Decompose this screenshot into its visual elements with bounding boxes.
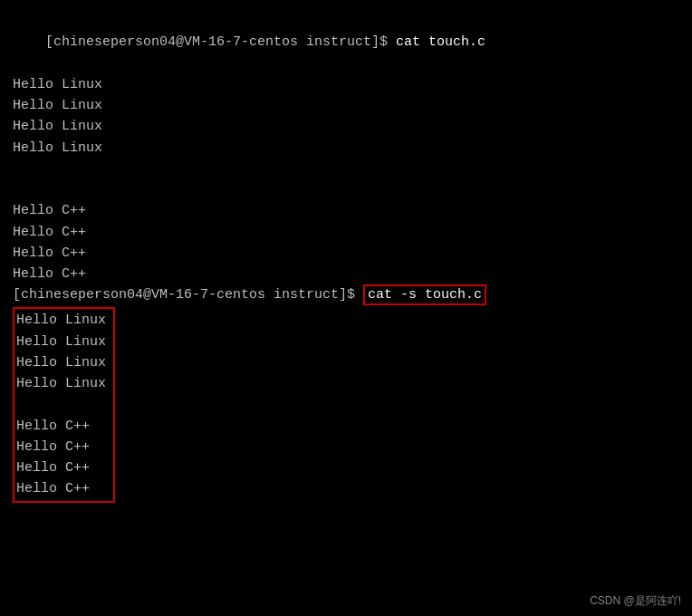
output-line-3-2: Hello Linux: [16, 332, 106, 352]
terminal-window: [chineseperson04@VM-16-7-centos instruct…: [0, 0, 692, 616]
command-line-2: [chineseperson04@VM-16-7-centos instruct…: [13, 284, 679, 305]
blank-line-3: [16, 394, 106, 415]
output-line-2-1: Hello C++: [13, 200, 679, 221]
output-line-4-3: Hello C++: [16, 457, 106, 478]
output-line-2-4: Hello C++: [13, 264, 679, 284]
output-line-3-3: Hello Linux: [16, 352, 106, 373]
highlighted-cmd-2: cat -s touch.c: [363, 284, 486, 305]
prompt-1: [chineseperson04@VM-16-7-centos instruct…: [45, 34, 396, 50]
output-line-4-1: Hello C++: [16, 416, 106, 437]
output-line-4-2: Hello C++: [16, 437, 106, 457]
prompt-2: [chineseperson04@VM-16-7-centos instruct…: [13, 287, 363, 303]
output-line-1-1: Hello Linux: [13, 74, 679, 95]
watermark: CSDN @是阿连吖!: [590, 593, 681, 609]
output-line-3-4: Hello Linux: [16, 373, 106, 394]
blank-line-2: [13, 179, 679, 200]
output-line-4-4: Hello C++: [16, 478, 106, 499]
output-line-1-2: Hello Linux: [13, 95, 679, 116]
output-line-2-3: Hello C++: [13, 243, 679, 264]
blank-line-1: [13, 159, 679, 179]
output-line-1-4: Hello Linux: [13, 138, 679, 159]
command-line-1: [chineseperson04@VM-16-7-centos instruct…: [13, 11, 679, 74]
output-line-3-1: Hello Linux: [16, 310, 106, 331]
output-line-1-3: Hello Linux: [13, 116, 679, 137]
cmd-1: cat touch.c: [396, 34, 485, 50]
highlighted-output-block: Hello Linux Hello Linux Hello Linux Hell…: [13, 307, 115, 502]
output-line-2-2: Hello C++: [13, 222, 679, 243]
